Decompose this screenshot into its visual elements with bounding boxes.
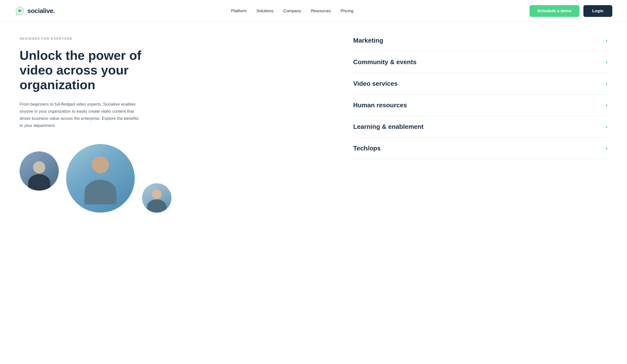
hero-images [20,144,324,213]
nav-company[interactable]: Company [283,8,301,13]
main-heading: Unlock the power of video across your or… [20,48,157,92]
solution-label-human-resources: Human resources [353,102,407,109]
nav-resources[interactable]: Resources [311,8,331,13]
login-button[interactable]: Login [583,5,612,17]
nav-platform[interactable]: Platform [231,8,246,13]
designed-label: DESIGNED FOR EVERYONE [20,37,324,40]
solution-label-learning-enablement: Learning & enablement [353,123,424,131]
chevron-icon-community-events: › [606,59,607,65]
logo-area[interactable]: socialive. [15,6,55,16]
solution-label-community-events: Community & events [353,58,417,66]
solution-item-human-resources[interactable]: Human resources › [353,95,607,116]
hero-image-person-2 [66,144,135,213]
nav-pricing[interactable]: Pricing [341,8,353,13]
nav-solutions[interactable]: Solutions [257,8,274,13]
solution-item-tech-ops[interactable]: Tech/ops › [353,138,607,159]
solution-item-marketing[interactable]: Marketing › [353,37,607,52]
solution-item-learning-enablement[interactable]: Learning & enablement › [353,116,607,138]
chevron-icon-marketing: › [606,38,607,44]
solution-item-community-events[interactable]: Community & events › [353,52,607,73]
chevron-icon-tech-ops: › [606,145,607,152]
schedule-demo-button[interactable]: Schedule a demo [529,5,579,17]
solutions-list: Marketing › Community & events › Video s… [353,37,607,159]
logo-text: socialive. [27,7,55,15]
solution-item-video-services[interactable]: Video services › [353,73,607,95]
main-nav: Platform Solutions Company Resources Pri… [231,8,353,13]
socialive-logo-icon [15,6,25,16]
site-header: socialive. Platform Solutions Company Re… [0,0,627,22]
chevron-icon-learning-enablement: › [606,124,607,130]
header-buttons: Schedule a demo Login [529,5,612,17]
chevron-icon-human-resources: › [606,102,607,108]
chevron-icon-video-services: › [606,81,607,87]
hero-image-person-1 [20,151,59,191]
main-description: From beginners to full-fledged video exp… [20,101,142,129]
solution-label-marketing: Marketing [353,37,383,44]
hero-left-column: DESIGNED FOR EVERYONE Unlock the power o… [15,22,343,364]
solution-label-video-services: Video services [353,80,398,87]
hero-image-person-3 [142,183,171,213]
solutions-column: Marketing › Community & events › Video s… [343,22,612,364]
main-content: DESIGNED FOR EVERYONE Unlock the power o… [0,22,627,364]
solution-label-tech-ops: Tech/ops [353,145,381,152]
